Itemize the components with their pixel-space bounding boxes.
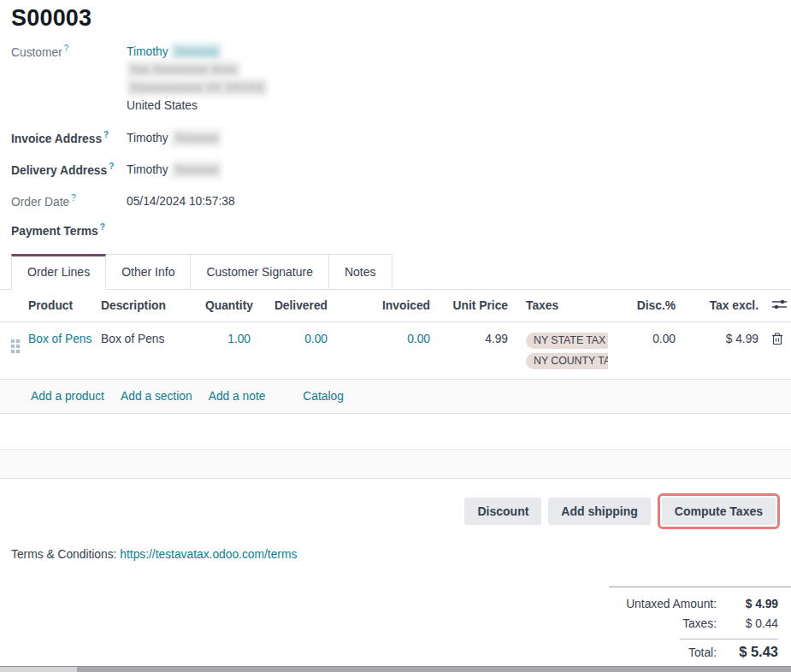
col-tax-excl[interactable]: Tax excl. <box>680 290 763 322</box>
total-divider <box>680 639 778 640</box>
col-invoiced[interactable]: Invoiced <box>332 290 434 322</box>
order-date-label: Order Date? <box>11 192 127 209</box>
tab-customer-signature[interactable]: Customer Signature <box>191 254 329 290</box>
delivery-address-redacted: Xxxxxxx <box>171 161 221 179</box>
invoice-address-redacted: Xxxxxxx <box>171 129 221 147</box>
add-shipping-button[interactable]: Add shipping <box>548 498 650 525</box>
delivered-cell[interactable]: 0.00 <box>255 321 332 379</box>
invoice-address-label-text: Invoice Address <box>11 133 102 145</box>
order-date-value[interactable]: 05/14/2024 10:57:38 <box>127 192 235 210</box>
total-value: $ 5.43 <box>729 642 778 662</box>
discount-button[interactable]: Discount <box>464 498 541 525</box>
red-highlight-annotation: Compute Taxes <box>658 493 780 529</box>
invoice-address-label: Invoice Address? <box>11 129 127 145</box>
quantity-cell[interactable]: 1.00 <box>201 321 255 379</box>
customer-address-line1-redacted: Xxx Xxxxxxxxx Xxxx <box>127 61 240 79</box>
order-line-row: Box of Pens Box of Pens 1.00 0.00 0.00 4… <box>0 321 791 379</box>
taxes-row: Taxes: $ 0.44 <box>609 614 791 634</box>
add-a-product-link[interactable]: Add a product <box>31 390 104 403</box>
empty-spacer <box>0 414 791 449</box>
field-invoice-address: Invoice Address? Timothy Xxxxxxx <box>11 129 791 147</box>
terms-and-conditions: Terms & Conditions: https://testavatax.o… <box>11 548 791 561</box>
disc-cell[interactable]: 0.00 <box>608 321 680 379</box>
handle-column-header <box>0 290 24 322</box>
invoiced-cell[interactable]: 0.00 <box>332 321 434 379</box>
adjust-columns-icon[interactable] <box>772 298 787 313</box>
table-header-row: Product Description Quantity Delivered I… <box>0 290 791 322</box>
unit-price-cell[interactable]: 4.99 <box>434 321 512 379</box>
action-buttons: Discount Add shipping Compute Taxes <box>0 493 791 529</box>
customer-country: United States <box>127 97 268 115</box>
field-payment-terms: Payment Terms? <box>11 221 791 238</box>
untaxed-amount-value: $ 4.99 <box>729 594 778 614</box>
customer-label: Customer? <box>11 43 127 59</box>
order-date-label-text: Order Date <box>11 196 69 209</box>
delivery-address-value[interactable]: Timothy <box>127 163 168 176</box>
payment-terms-help-icon[interactable]: ? <box>100 222 105 232</box>
tab-notes[interactable]: Notes <box>329 254 393 290</box>
col-taxes[interactable]: Taxes <box>512 290 608 322</box>
row-handle-cell <box>0 321 24 379</box>
description-cell[interactable]: Box of Pens <box>97 321 201 379</box>
delivery-address-label: Delivery Address? <box>11 161 127 177</box>
terms-label: Terms & Conditions: <box>11 548 116 561</box>
tax-tag-ny-county[interactable]: NY COUNTY TA <box>526 353 608 369</box>
taxes-cell: NY STATE TAX NY COUNTY TA <box>512 321 608 379</box>
col-description[interactable]: Description <box>97 290 201 322</box>
col-product[interactable]: Product <box>24 290 97 322</box>
customer-label-text: Customer <box>11 46 62 59</box>
delivery-address-help-icon[interactable]: ? <box>109 162 114 171</box>
total-label: Total: <box>688 643 717 663</box>
untaxed-amount-label: Untaxed Amount: <box>626 594 717 614</box>
customer-address-line2-redacted: Xxxxxxxxxxxx XX XXXXX <box>127 79 268 97</box>
empty-section-band <box>0 449 791 479</box>
field-order-date: Order Date? 05/14/2024 10:57:38 <box>11 192 791 210</box>
customer-lastname-redacted: Xxxxxxx <box>171 43 221 61</box>
compute-taxes-button[interactable]: Compute Taxes <box>662 498 776 525</box>
col-disc[interactable]: Disc.% <box>608 290 680 322</box>
totals-panel: Untaxed Amount: $ 4.99 Taxes: $ 0.44 Tot… <box>609 587 791 663</box>
form-fields: Customer? Timothy Xxxxxxx Xxx Xxxxxxxxx … <box>11 43 791 238</box>
total-row: Total: $ 5.43 <box>609 642 791 663</box>
payment-terms-label: Payment Terms? <box>11 221 127 238</box>
field-delivery-address: Delivery Address? Timothy Xxxxxxx <box>11 161 791 179</box>
customer-help-icon[interactable]: ? <box>64 44 69 53</box>
invoice-address-value[interactable]: Timothy <box>127 132 168 144</box>
notebook-tabs: Order Lines Other Info Customer Signatur… <box>0 254 791 290</box>
delivery-address-label-text: Delivery Address <box>11 164 107 177</box>
scrollbar-track-left <box>0 667 77 672</box>
add-a-section-link[interactable]: Add a section <box>121 390 192 403</box>
untaxed-amount-row: Untaxed Amount: $ 4.99 <box>609 594 791 614</box>
row-actions-cell <box>763 321 791 379</box>
field-customer: Customer? Timothy Xxxxxxx Xxx Xxxxxxxxx … <box>11 43 791 115</box>
col-delivered[interactable]: Delivered <box>255 290 332 322</box>
col-options <box>763 290 791 322</box>
tax-tag-ny-state[interactable]: NY STATE TAX <box>526 333 608 349</box>
payment-terms-label-text: Payment Terms <box>11 225 98 238</box>
drag-handle-icon[interactable] <box>11 336 20 353</box>
delete-row-icon[interactable] <box>771 333 783 348</box>
empty-spacer <box>0 479 791 493</box>
product-cell: Box of Pens <box>24 321 97 379</box>
taxes-value: $ 0.44 <box>729 614 778 634</box>
horizontal-scrollbar[interactable] <box>0 666 791 672</box>
terms-link[interactable]: https://testavatax.odoo.com/terms <box>120 548 297 561</box>
order-line-footer-links: Add a product Add a section Add a note C… <box>0 380 791 414</box>
tab-order-lines[interactable]: Order Lines <box>11 254 106 290</box>
order-date-help-icon[interactable]: ? <box>71 193 76 203</box>
invoice-address-help-icon[interactable]: ? <box>103 130 109 139</box>
col-unit-price[interactable]: Unit Price <box>434 290 512 322</box>
customer-name-link[interactable]: Timothy <box>127 45 168 58</box>
add-a-note-link[interactable]: Add a note <box>209 390 266 403</box>
tax-excl-cell: $ 4.99 <box>680 321 763 379</box>
catalog-link[interactable]: Catalog <box>303 390 344 403</box>
taxes-label: Taxes: <box>682 614 717 634</box>
col-quantity[interactable]: Quantity <box>201 290 255 322</box>
product-link[interactable]: Box of Pens <box>28 333 91 345</box>
page-title: S00003 <box>11 5 791 32</box>
order-lines-table: Product Description Quantity Delivered I… <box>0 290 791 380</box>
tab-other-info[interactable]: Other Info <box>106 254 191 290</box>
